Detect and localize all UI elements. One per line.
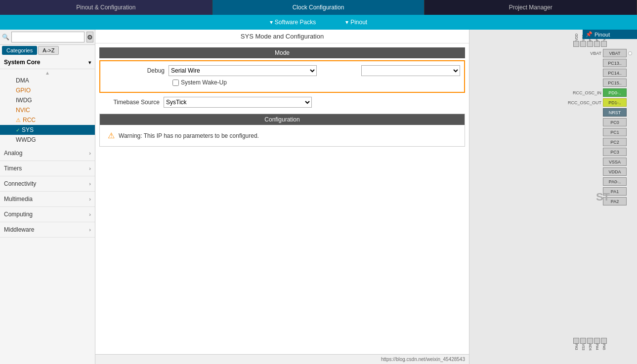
tab-clock[interactable]: Clock Configuration [212, 0, 425, 15]
bottom-pin-pa4: PA4 [594, 338, 600, 350]
sidebar-tab-bar: Categories A->Z [0, 45, 95, 56]
bottom-pins: PA3 VS3 AD4 PA4 PA5 [573, 338, 607, 355]
debug-label: Debug [104, 67, 169, 74]
timebase-control: SysTick TIM1 TIM2 [164, 97, 465, 108]
warning-box: ⚠ Warning: This IP has no parameters to … [100, 125, 465, 146]
sidebar-item-iwdg[interactable]: IWDG [0, 95, 95, 105]
right-panel: 📌 Pinout VDD VS2 PB8 PB8 VDD [469, 30, 637, 364]
debug-control: Serial Wire No Debug JTAG (5 pins) JTAG … [169, 65, 359, 76]
category-timers[interactable]: Timers › [0, 161, 95, 176]
sidebar-toolbar: 🔍 ⚙ [0, 30, 95, 45]
tab-az[interactable]: A->Z [38, 46, 59, 55]
pin-pc14: PC14.. [558, 68, 632, 78]
chevron-down-icon: ▾ [270, 19, 273, 26]
second-bar: ▾ Software Packs ▾ Pinout [0, 15, 637, 30]
pin-vssa: VSSA [558, 157, 632, 166]
pin-nrst: NRST [558, 108, 632, 117]
search-input[interactable] [11, 32, 85, 42]
pinout-header: 📌 Pinout [583, 30, 637, 39]
debug-row: Debug Serial Wire No Debug JTAG (5 pins)… [104, 65, 460, 76]
config-section-title: Configuration [100, 114, 465, 125]
pin-pd1: RCC_OSC_OUT PD1-.. [558, 98, 632, 107]
timebase-label: Timebase Source [99, 99, 164, 106]
category-analog[interactable]: Analog › [0, 146, 95, 161]
sidebar-item-rcc[interactable]: ⚠ RCC [0, 115, 95, 125]
pin-pa0: PA0-.. [558, 177, 632, 186]
pin-pa1: PA1 [558, 187, 632, 196]
scroll-up[interactable]: ▲ [0, 70, 95, 76]
config-panel: Mode Debug Serial Wire No Debug JTAG (5 … [95, 43, 469, 354]
pin-pc13: PC13.. [558, 58, 632, 68]
pin-vdda: VDDA [558, 167, 632, 176]
system-wakeup-checkbox[interactable] [172, 80, 179, 86]
st-label: ST [596, 191, 610, 203]
main-layout: 🔍 ⚙ Categories A->Z System Core ▾ ▲ [0, 30, 637, 364]
search-icon: 🔍 [2, 34, 9, 40]
software-packs-btn[interactable]: ▾ Software Packs [270, 19, 316, 26]
main-content: SYS Mode and Configuration Mode Debug Se… [95, 30, 469, 364]
sidebar-item-gpio[interactable]: GPIO [0, 85, 95, 95]
tab-pinout[interactable]: Pinout & Configuration [0, 0, 212, 15]
category-connectivity[interactable]: Connectivity › [0, 176, 95, 192]
gear-icon: ⚙ [87, 34, 93, 41]
warning-triangle-icon: ⚠ [108, 131, 115, 140]
sidebar-item-dma[interactable]: DMA [0, 76, 95, 85]
pin-pc15: PC15.. [558, 78, 632, 87]
gear-button[interactable]: ⚙ [86, 32, 93, 42]
sidebar-item-nvic[interactable]: NVIC [0, 105, 95, 115]
bottom-bar: https://blog.csdn.net/weixin_45428543 [95, 354, 469, 364]
category-multimedia[interactable]: Multimedia › [0, 192, 95, 207]
timebase-row: Timebase Source SysTick TIM1 TIM2 [99, 97, 465, 108]
pinout-icon: 📌 [586, 31, 593, 38]
arrow-right-icon-4: › [89, 196, 91, 202]
category-computing[interactable]: Computing › [0, 207, 95, 222]
timebase-select[interactable]: SysTick TIM1 TIM2 [164, 97, 312, 108]
section-system-core[interactable]: System Core ▾ [0, 56, 95, 69]
mode-section-title: Mode [99, 47, 465, 58]
pin-pd0: RCC_OSC_IN PD0-.. [558, 88, 632, 97]
pin-pa2: PA2 [558, 197, 632, 206]
system-wakeup-row: System Wake-Up [104, 79, 460, 86]
pin-pc0: PC0 [558, 118, 632, 127]
tab-project[interactable]: Project Manager [425, 0, 637, 15]
debug-select[interactable]: Serial Wire No Debug JTAG (5 pins) JTAG … [169, 65, 317, 76]
pin-vbat: VBAT VBAT [558, 48, 632, 58]
chevron-icon: ▾ [88, 60, 91, 65]
arrow-right-icon-6: › [89, 227, 91, 233]
system-wakeup-label[interactable]: System Wake-Up [181, 79, 227, 86]
system-core-items: ▲ DMA GPIO IWDG NVIC ⚠ RCC ✓ [0, 69, 95, 146]
content-title: SYS Mode and Configuration [95, 30, 469, 43]
bottom-pin-ad4: AD4 [587, 338, 594, 351]
arrow-right-icon-2: › [89, 165, 91, 171]
sidebar-content: System Core ▾ ▲ DMA GPIO IWDG NVIC ⚠ [0, 56, 95, 364]
top-navigation: Pinout & Configuration Clock Configurati… [0, 0, 637, 15]
warning-icon: ⚠ [16, 117, 21, 123]
pin-pc1: PC1 [558, 127, 632, 137]
mode-section: Debug Serial Wire No Debug JTAG (5 pins)… [99, 60, 465, 93]
sidebar: 🔍 ⚙ Categories A->Z System Core ▾ ▲ [0, 30, 95, 364]
arrow-right-icon-3: › [89, 181, 91, 187]
pin-pc2: PC2 [558, 137, 632, 147]
debug-select-2[interactable] [361, 65, 460, 76]
check-icon: ✓ [16, 127, 20, 133]
chip-visual: VBAT VBAT PC13.. PC14.. PC15.. RCC_OSC_I… [558, 48, 632, 206]
arrow-right-icon: › [89, 150, 91, 156]
category-middleware[interactable]: Middleware › [0, 222, 95, 238]
pinout-btn[interactable]: ▾ Pinout [345, 19, 367, 26]
tab-categories[interactable]: Categories [2, 46, 37, 55]
bottom-pin-vs3: VS3 [580, 338, 587, 350]
top-pin-vdd: VDD [573, 34, 580, 47]
pin-pc3: PC3 [558, 147, 632, 157]
chevron-down-icon-2: ▾ [345, 19, 348, 26]
bottom-pin-pa5: PA5 [600, 338, 607, 350]
bottom-pin-pa3: PA3 [573, 338, 580, 350]
configuration-section: Configuration ⚠ Warning: This IP has no … [99, 114, 465, 147]
sidebar-item-wwdg[interactable]: WWDG [0, 135, 95, 145]
sidebar-item-sys[interactable]: ✓ SYS [0, 125, 95, 135]
arrow-right-icon-5: › [89, 211, 91, 217]
